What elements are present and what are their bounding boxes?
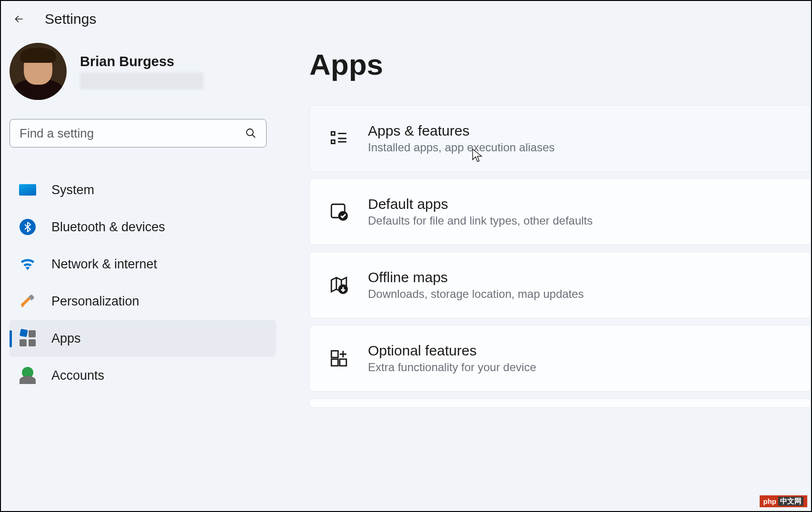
card-partial[interactable] <box>309 398 811 408</box>
search-box[interactable] <box>10 119 267 148</box>
nav-label: System <box>51 183 94 197</box>
svg-rect-8 <box>340 359 347 366</box>
bluetooth-icon <box>19 218 36 236</box>
card-title: Offline maps <box>368 269 792 286</box>
card-optional-features[interactable]: Optional features Extra functionality fo… <box>309 325 811 392</box>
nav-label: Network & internet <box>51 257 157 272</box>
sidebar: Brian Burgess System Bluetooth & devices <box>10 43 286 414</box>
svg-rect-6 <box>331 351 338 357</box>
card-title: Apps & features <box>368 123 792 139</box>
main-content: Apps Apps & features Installed apps, app… <box>286 43 811 414</box>
window-header: Settings <box>1 1 811 43</box>
search-input[interactable] <box>20 126 245 141</box>
profile-info: Brian Burgess <box>80 54 286 89</box>
accounts-icon <box>19 367 36 384</box>
card-subtitle: Installed apps, app execution aliases <box>368 141 792 154</box>
watermark: php 中文网 <box>760 495 808 507</box>
nav-list: System Bluetooth & devices Network & int… <box>10 171 286 394</box>
svg-point-0 <box>247 129 253 136</box>
optional-features-icon <box>329 348 349 368</box>
page-title: Settings <box>45 11 96 27</box>
list-icon <box>329 128 349 148</box>
nav-item-network[interactable]: Network & internet <box>10 246 276 283</box>
svg-rect-1 <box>331 132 335 135</box>
card-apps-features[interactable]: Apps & features Installed apps, app exec… <box>309 105 811 172</box>
search-icon <box>245 128 257 139</box>
nav-label: Bluetooth & devices <box>51 220 165 235</box>
user-name: Brian Burgess <box>80 54 286 69</box>
card-content: Offline maps Downloads, storage location… <box>368 269 792 301</box>
profile-block[interactable]: Brian Burgess <box>10 43 286 100</box>
watermark-a: php <box>763 497 777 505</box>
back-button[interactable] <box>10 10 29 29</box>
card-content: Apps & features Installed apps, app exec… <box>368 123 792 154</box>
card-offline-maps[interactable]: Offline maps Downloads, storage location… <box>309 252 811 318</box>
user-email-redacted <box>80 72 204 89</box>
back-arrow-icon <box>13 13 25 25</box>
card-content: Default apps Defaults for file and link … <box>368 196 792 227</box>
nav-item-system[interactable]: System <box>10 171 276 208</box>
paintbrush-icon <box>19 293 36 310</box>
wifi-icon <box>19 256 36 273</box>
card-title: Default apps <box>368 196 792 212</box>
card-subtitle: Defaults for file and link types, other … <box>368 214 792 227</box>
svg-rect-7 <box>331 359 338 366</box>
nav-item-apps[interactable]: Apps <box>10 320 276 357</box>
card-default-apps[interactable]: Default apps Defaults for file and link … <box>309 178 811 245</box>
nav-label: Apps <box>51 331 81 346</box>
main-title: Apps <box>309 48 811 81</box>
main-container: Brian Burgess System Bluetooth & devices <box>1 43 811 414</box>
nav-label: Personalization <box>51 294 139 309</box>
nav-item-accounts[interactable]: Accounts <box>10 357 276 394</box>
watermark-b: 中文网 <box>778 497 803 506</box>
default-apps-icon <box>329 202 349 222</box>
nav-item-personalization[interactable]: Personalization <box>10 283 276 320</box>
map-icon <box>329 275 349 295</box>
card-title: Optional features <box>368 343 792 359</box>
nav-item-bluetooth[interactable]: Bluetooth & devices <box>10 208 276 246</box>
card-subtitle: Extra functionality for your device <box>368 361 792 374</box>
card-subtitle: Downloads, storage location, map updates <box>368 287 792 301</box>
nav-label: Accounts <box>51 368 104 383</box>
svg-rect-2 <box>331 140 335 144</box>
system-icon <box>19 181 36 198</box>
card-content: Optional features Extra functionality fo… <box>368 343 792 374</box>
avatar <box>10 43 67 100</box>
apps-icon <box>19 330 36 347</box>
